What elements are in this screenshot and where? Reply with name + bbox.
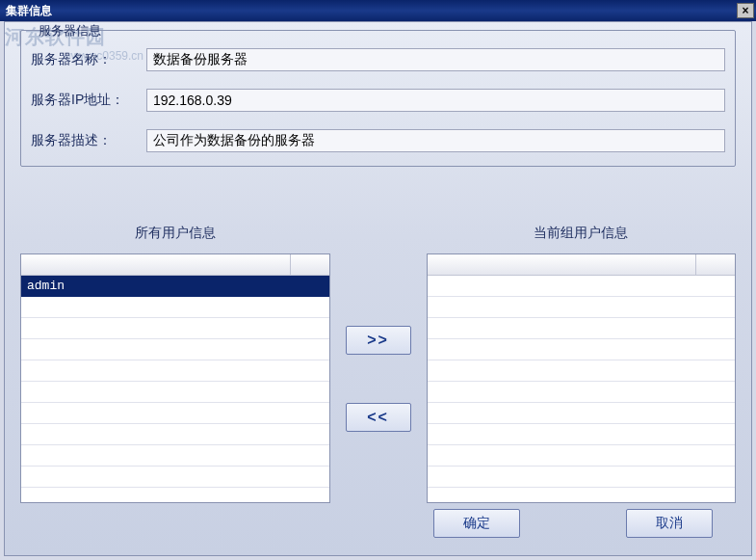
transfer-buttons: >> <<	[330, 225, 427, 503]
close-icon: ×	[742, 4, 748, 17]
row-server-desc: 服务器描述：	[31, 129, 725, 152]
row-server-ip: 服务器IP地址：	[31, 89, 725, 112]
input-server-desc[interactable]	[146, 129, 725, 152]
input-server-name[interactable]	[146, 48, 725, 71]
current-group-list[interactable]	[427, 253, 737, 503]
current-group-list-body[interactable]	[428, 276, 736, 502]
all-users-list[interactable]: admin	[20, 253, 330, 503]
current-group-column: 当前组用户信息	[427, 225, 737, 503]
lists-area: 所有用户信息 admin >> << 当前组用户信息	[20, 225, 736, 503]
titlebar: 集群信息 ×	[0, 0, 756, 21]
label-server-ip: 服务器IP地址：	[31, 92, 146, 109]
list-item[interactable]: admin	[21, 276, 329, 297]
move-right-button[interactable]: >>	[346, 326, 411, 355]
label-server-desc: 服务器描述：	[31, 132, 146, 149]
current-group-header: 当前组用户信息	[427, 225, 737, 242]
cancel-button[interactable]: 取消	[626, 509, 713, 538]
all-users-header: 所有用户信息	[20, 225, 330, 242]
label-server-name: 服务器名称：	[31, 51, 146, 68]
fieldset-legend: 服务器信息	[33, 22, 107, 40]
all-users-column: 所有用户信息 admin	[20, 225, 330, 503]
dialog-content: 河东软件园 www.pc0359.cn 服务器信息 服务器名称： 服务器IP地址…	[4, 21, 752, 556]
server-info-fieldset: 服务器信息 服务器名称： 服务器IP地址： 服务器描述：	[20, 30, 736, 167]
all-users-list-head	[21, 254, 329, 276]
dialog-buttons: 确定 取消	[5, 509, 751, 547]
ok-button[interactable]: 确定	[433, 509, 520, 538]
input-server-ip[interactable]	[146, 89, 725, 112]
all-users-list-body[interactable]: admin	[21, 276, 329, 502]
window-title: 集群信息	[6, 3, 52, 19]
close-button[interactable]: ×	[737, 3, 754, 18]
row-server-name: 服务器名称：	[31, 48, 725, 71]
current-group-list-head	[428, 254, 736, 276]
move-left-button[interactable]: <<	[346, 403, 411, 432]
